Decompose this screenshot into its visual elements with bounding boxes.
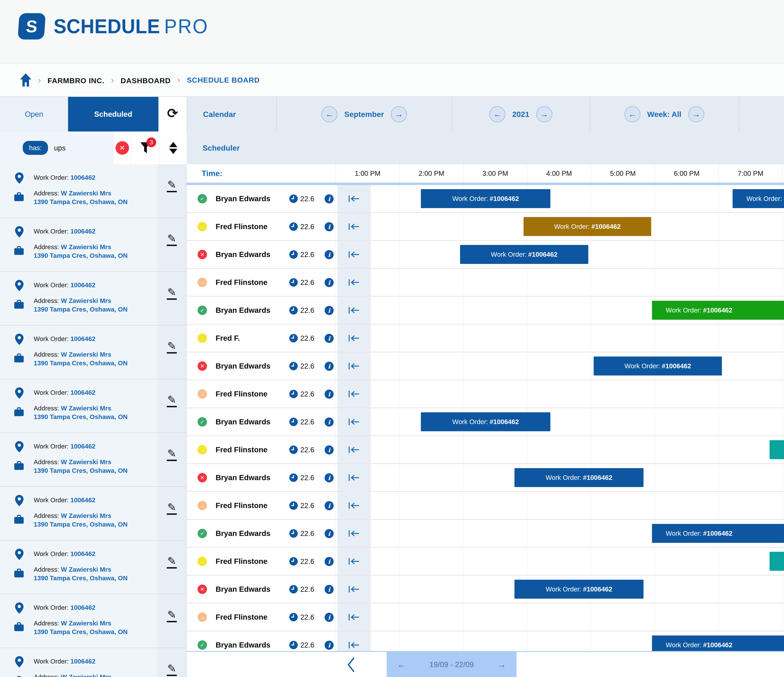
status-done-icon[interactable]: ✓ — [198, 194, 207, 203]
edit-pencil-icon[interactable]: ✎ — [167, 233, 177, 246]
scroll-to-start-button[interactable] — [338, 436, 371, 463]
scroll-to-start-button[interactable] — [338, 492, 371, 519]
range-prev-button[interactable]: ← — [397, 660, 406, 670]
edit-pencil-icon[interactable]: ✎ — [167, 609, 177, 622]
year-prev-button[interactable]: ← — [489, 106, 506, 122]
status-skip-icon[interactable]: → — [198, 557, 207, 566]
scroll-to-start-button[interactable] — [338, 464, 371, 491]
work-order-link[interactable]: 1006462 — [70, 443, 95, 450]
status-cancel-icon[interactable]: ✕ — [198, 361, 207, 371]
horizontal-scrollbar[interactable] — [187, 183, 784, 185]
breadcrumb-item[interactable]: FARMBRO INC. — [48, 76, 104, 85]
status-skip-icon[interactable]: → — [198, 222, 207, 231]
work-order-bar[interactable]: Work Order:#1006462 — [515, 468, 644, 487]
info-icon[interactable]: i — [325, 641, 334, 650]
work-order-bar[interactable]: Work Order:#1006462 — [524, 217, 651, 236]
scroll-to-start-button[interactable] — [338, 380, 371, 407]
status-skip-icon[interactable]: → — [198, 445, 207, 455]
sidebar-filter-button[interactable]: 3 — [131, 132, 160, 164]
info-icon[interactable]: i — [325, 362, 334, 371]
scroll-to-start-button[interactable] — [338, 325, 371, 352]
info-icon[interactable]: i — [325, 334, 334, 343]
status-defer-icon[interactable]: → — [198, 278, 207, 287]
month-next-button[interactable]: → — [391, 106, 407, 122]
edit-pencil-icon[interactable]: ✎ — [167, 502, 177, 515]
home-icon[interactable] — [20, 73, 31, 87]
status-done-icon[interactable]: ✓ — [198, 640, 207, 650]
work-order-card[interactable]: Work Order: 1006462Address: W Zawierski … — [0, 433, 157, 487]
work-order-card[interactable]: Work Order: 1006462Address: W Zawierski … — [0, 272, 157, 326]
work-order-link[interactable]: 1006462 — [70, 335, 95, 342]
info-icon[interactable]: i — [325, 194, 334, 203]
status-defer-icon[interactable]: → — [198, 612, 207, 622]
work-order-card[interactable]: Work Order: 1006462Address: W Zawierski … — [0, 540, 157, 594]
scroll-to-start-button[interactable] — [338, 269, 371, 296]
scroll-to-start-button[interactable] — [338, 297, 371, 324]
scroll-to-start-button[interactable] — [338, 352, 371, 380]
status-cancel-icon[interactable]: ✕ — [198, 473, 207, 482]
info-icon[interactable]: i — [325, 585, 334, 594]
status-done-icon[interactable]: ✓ — [198, 417, 207, 427]
edit-pencil-icon[interactable]: ✎ — [167, 556, 177, 568]
edit-pencil-icon[interactable]: ✎ — [167, 287, 177, 300]
scroll-to-start-button[interactable] — [338, 408, 371, 435]
work-order-card[interactable]: Work Order: 1006462Address: W Zawierski … — [0, 164, 157, 218]
work-order-bar[interactable]: Work Order:#1006462Ending: 10/9/21 — [652, 301, 784, 320]
work-order-bar[interactable]: Work Order:#1006462 — [515, 580, 644, 599]
work-order-link[interactable]: 1006462 — [70, 550, 95, 557]
work-order-bar[interactable]: Work Order:#1006462 — [421, 189, 551, 208]
status-cancel-icon[interactable]: ✕ — [198, 250, 207, 259]
work-order-bar[interactable]: Work Order:#1006462 — [421, 412, 551, 431]
work-order-bar[interactable]: Work Order:#1006462Ending: 10/9/21 — [652, 635, 784, 651]
page-prev-chevron[interactable] — [347, 656, 356, 673]
work-order-card[interactable]: Work Order: 1006462Address: W Zawierski … — [0, 326, 157, 379]
edit-pencil-icon[interactable]: ✎ — [167, 394, 177, 407]
status-skip-icon[interactable]: → — [198, 334, 207, 343]
breadcrumb-item[interactable]: DASHBOARD — [121, 76, 171, 85]
month-prev-button[interactable]: ← — [322, 106, 338, 122]
sidebar-sort-button[interactable] — [160, 132, 187, 164]
work-order-link[interactable]: 1006462 — [70, 604, 95, 611]
work-order-link[interactable]: 1006462 — [70, 174, 95, 181]
tab-open[interactable]: Open — [0, 97, 68, 132]
work-order-card[interactable]: Work Order: 1006462Address: W Zawierski … — [0, 648, 157, 677]
status-done-icon[interactable]: ✓ — [198, 529, 207, 538]
info-icon[interactable]: i — [325, 306, 334, 315]
info-icon[interactable]: i — [325, 529, 334, 538]
year-next-button[interactable]: → — [536, 106, 552, 122]
scroll-to-start-button[interactable] — [338, 520, 371, 547]
status-defer-icon[interactable]: → — [198, 501, 207, 510]
edit-pencil-icon[interactable]: ✎ — [167, 448, 177, 461]
tab-scheduled[interactable]: Scheduled — [68, 97, 159, 132]
edit-pencil-icon[interactable]: ✎ — [167, 179, 177, 192]
info-icon[interactable]: i — [325, 613, 334, 622]
work-order-bar[interactable]: Work Order:#1006462 — [460, 245, 588, 264]
scroll-to-start-button[interactable] — [338, 576, 371, 603]
status-defer-icon[interactable]: → — [198, 389, 207, 399]
range-next-button[interactable]: → — [497, 660, 506, 670]
work-order-bar[interactable]: Work Order:#1006462Ending: Next Day — [733, 189, 784, 208]
app-logo[interactable]: S SCHEDULE PRO — [19, 13, 208, 39]
scroll-to-start-button[interactable] — [338, 604, 371, 630]
scroll-to-start-button[interactable] — [338, 241, 371, 268]
scroll-to-start-button[interactable] — [338, 185, 371, 212]
work-order-link[interactable]: 1006462 — [70, 497, 95, 504]
status-cancel-icon[interactable]: ✕ — [198, 585, 207, 594]
info-icon[interactable]: i — [325, 557, 334, 566]
work-order-card[interactable]: Work Order: 1006462Address: W Zawierski … — [0, 218, 157, 272]
info-icon[interactable]: i — [325, 250, 334, 259]
info-icon[interactable]: i — [325, 418, 334, 427]
refresh-button[interactable]: ⟳ — [159, 97, 187, 132]
week-next-button[interactable]: → — [688, 106, 704, 122]
info-icon[interactable]: i — [325, 473, 334, 482]
edit-pencil-icon[interactable]: ✎ — [167, 340, 177, 354]
info-icon[interactable]: i — [325, 501, 334, 510]
info-icon[interactable]: i — [325, 278, 334, 287]
work-order-card[interactable]: Work Order: 1006462Address: W Zawierski … — [0, 487, 157, 540]
filter-chip[interactable]: has: — [23, 141, 48, 155]
work-order-bar[interactable]: Work Order:#1006462 — [770, 440, 784, 459]
scroll-to-start-button[interactable] — [338, 631, 371, 651]
clear-filter-button[interactable]: ✕ — [113, 132, 131, 164]
work-order-bar[interactable]: Work Order:#1006462 — [594, 357, 722, 376]
work-order-link[interactable]: 1006462 — [70, 658, 95, 665]
